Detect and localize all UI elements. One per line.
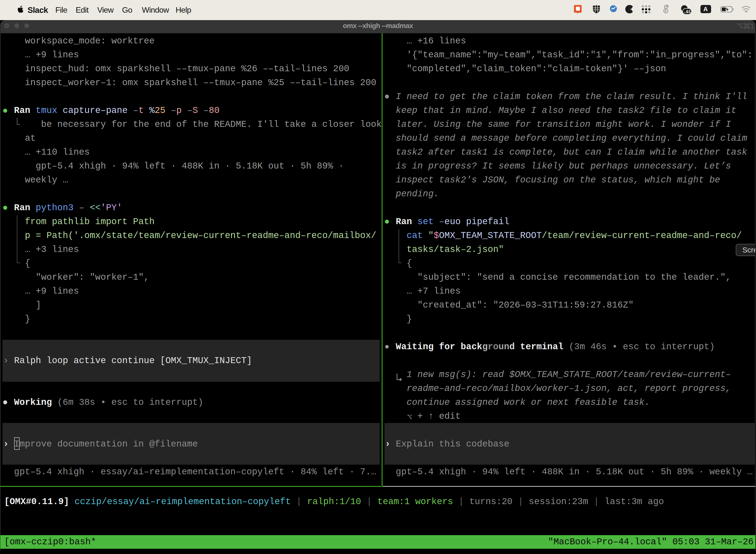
- svg-text:1: 1: [750, 22, 754, 30]
- svg-text:..61: ..61: [684, 9, 691, 14]
- svg-text:A: A: [703, 6, 708, 12]
